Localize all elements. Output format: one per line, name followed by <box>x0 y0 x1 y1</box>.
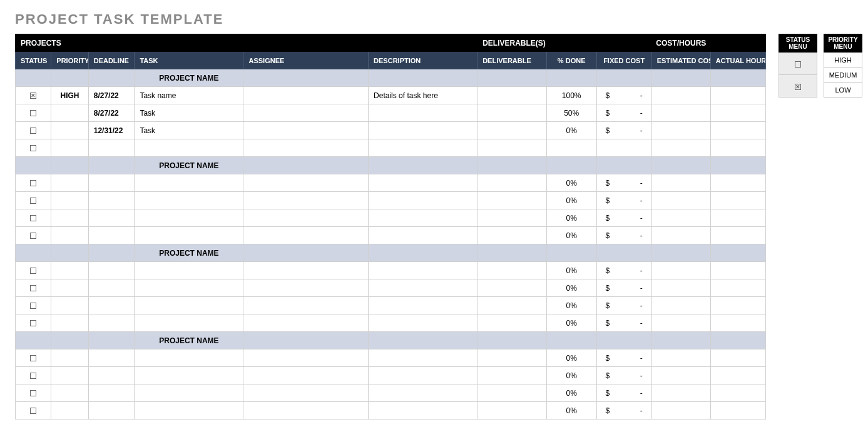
status-cell[interactable] <box>16 87 51 104</box>
description-cell[interactable] <box>369 209 477 227</box>
pct-done-cell[interactable]: 0% <box>546 297 596 314</box>
description-cell[interactable] <box>369 122 477 139</box>
status-cell[interactable] <box>16 227 51 244</box>
actual-hours-cell[interactable] <box>710 314 765 332</box>
actual-hours-cell[interactable] <box>710 279 765 297</box>
checkbox-icon[interactable] <box>30 233 36 239</box>
assignee-cell[interactable] <box>243 279 369 297</box>
task-cell[interactable] <box>135 367 243 384</box>
priority-menu-option[interactable]: LOW <box>824 83 862 98</box>
fixed-cost-cell[interactable]: $- <box>596 87 651 104</box>
estimated-cost-cell[interactable] <box>651 384 710 402</box>
status-cell[interactable] <box>16 122 51 139</box>
status-cell[interactable] <box>16 314 51 332</box>
assignee-cell[interactable] <box>243 192 369 209</box>
actual-hours-cell[interactable] <box>710 87 765 104</box>
assignee-cell[interactable] <box>243 122 369 139</box>
deliverable-cell[interactable] <box>477 297 547 314</box>
estimated-cost-cell[interactable] <box>651 192 710 209</box>
deadline-cell[interactable] <box>88 402 135 419</box>
checkbox-icon[interactable] <box>30 408 36 414</box>
task-cell[interactable]: Task <box>135 104 243 122</box>
fixed-cost-cell[interactable]: $- <box>596 104 651 122</box>
deadline-cell[interactable] <box>88 279 135 297</box>
priority-cell[interactable] <box>51 262 88 279</box>
task-cell[interactable] <box>135 227 243 244</box>
status-cell[interactable] <box>16 402 51 419</box>
description-cell[interactable] <box>369 174 477 192</box>
checkbox-icon[interactable] <box>30 373 36 379</box>
deliverable-cell[interactable] <box>477 349 547 367</box>
estimated-cost-cell[interactable] <box>651 174 710 192</box>
status-cell[interactable] <box>16 262 51 279</box>
deadline-cell[interactable] <box>88 227 135 244</box>
estimated-cost-cell[interactable] <box>651 104 710 122</box>
pct-done-cell[interactable]: 0% <box>546 227 596 244</box>
deadline-cell[interactable] <box>88 297 135 314</box>
status-cell[interactable] <box>16 192 51 209</box>
description-cell[interactable] <box>369 227 477 244</box>
deadline-cell[interactable]: 12/31/22 <box>88 122 135 139</box>
deadline-cell[interactable] <box>88 192 135 209</box>
assignee-cell[interactable] <box>243 314 369 332</box>
status-cell[interactable] <box>16 279 51 297</box>
checkbox-icon[interactable] <box>30 198 36 204</box>
deadline-cell[interactable] <box>88 262 135 279</box>
actual-hours-cell[interactable] <box>710 297 765 314</box>
assignee-cell[interactable] <box>243 402 369 419</box>
fixed-cost-cell[interactable]: $- <box>596 262 651 279</box>
actual-hours-cell[interactable] <box>710 104 765 122</box>
assignee-cell[interactable] <box>243 227 369 244</box>
deliverable-cell[interactable] <box>477 314 547 332</box>
deliverable-cell[interactable] <box>477 209 547 227</box>
assignee-cell[interactable] <box>243 104 369 122</box>
deadline-cell[interactable] <box>88 314 135 332</box>
task-cell[interactable] <box>135 139 243 157</box>
deadline-cell[interactable] <box>88 174 135 192</box>
actual-hours-cell[interactable] <box>710 262 765 279</box>
actual-hours-cell[interactable] <box>710 122 765 139</box>
pct-done-cell[interactable]: 0% <box>546 174 596 192</box>
status-cell[interactable] <box>16 349 51 367</box>
assignee-cell[interactable] <box>243 297 369 314</box>
fixed-cost-cell[interactable]: $- <box>596 384 651 402</box>
priority-cell[interactable] <box>51 122 88 139</box>
pct-done-cell[interactable]: 100% <box>546 87 596 104</box>
priority-cell[interactable] <box>51 192 88 209</box>
checkbox-icon[interactable] <box>30 268 36 274</box>
description-cell[interactable] <box>369 139 477 157</box>
task-cell[interactable] <box>135 402 243 419</box>
deliverable-cell[interactable] <box>477 87 547 104</box>
assignee-cell[interactable] <box>243 139 369 157</box>
checkbox-icon[interactable] <box>30 355 36 361</box>
actual-hours-cell[interactable] <box>710 349 765 367</box>
task-cell[interactable] <box>135 174 243 192</box>
estimated-cost-cell[interactable] <box>651 367 710 384</box>
checkbox-icon[interactable] <box>30 93 36 99</box>
estimated-cost-cell[interactable] <box>651 209 710 227</box>
checkbox-icon[interactable] <box>30 320 36 326</box>
deadline-cell[interactable] <box>88 367 135 384</box>
priority-cell[interactable] <box>51 139 88 157</box>
task-cell[interactable]: Task name <box>135 87 243 104</box>
pct-done-cell[interactable]: 0% <box>546 349 596 367</box>
priority-cell[interactable] <box>51 297 88 314</box>
fixed-cost-cell[interactable]: $- <box>596 314 651 332</box>
priority-cell[interactable] <box>51 279 88 297</box>
assignee-cell[interactable] <box>243 367 369 384</box>
priority-cell[interactable] <box>51 349 88 367</box>
task-cell[interactable] <box>135 209 243 227</box>
pct-done-cell[interactable]: 0% <box>546 122 596 139</box>
actual-hours-cell[interactable] <box>710 227 765 244</box>
assignee-cell[interactable] <box>243 174 369 192</box>
fixed-cost-cell[interactable]: $- <box>596 297 651 314</box>
estimated-cost-cell[interactable] <box>651 227 710 244</box>
task-cell[interactable] <box>135 314 243 332</box>
status-cell[interactable] <box>16 174 51 192</box>
deliverable-cell[interactable] <box>477 139 547 157</box>
description-cell[interactable] <box>369 314 477 332</box>
deadline-cell[interactable]: 8/27/22 <box>88 104 135 122</box>
priority-cell[interactable] <box>51 104 88 122</box>
pct-done-cell[interactable]: 0% <box>546 262 596 279</box>
fixed-cost-cell[interactable]: $- <box>596 227 651 244</box>
